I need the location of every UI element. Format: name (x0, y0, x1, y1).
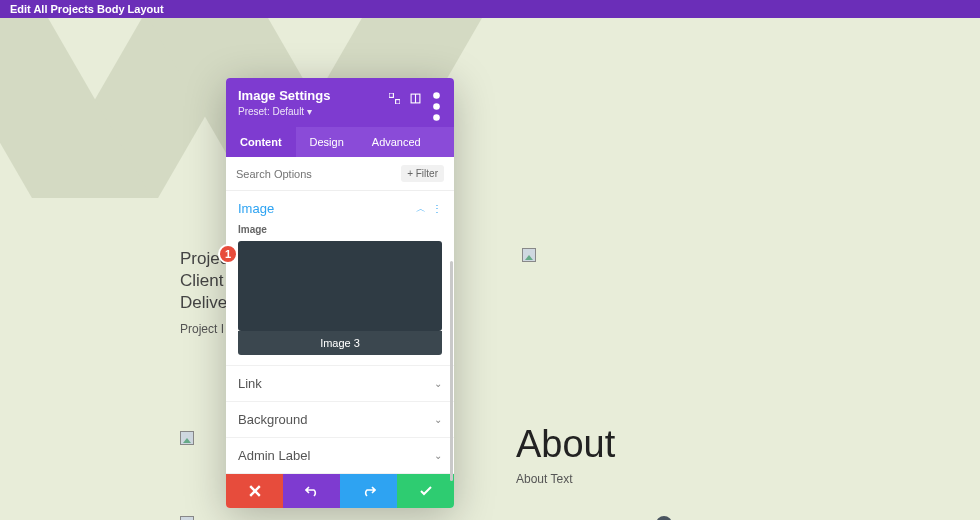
chevron-down-icon: ⌄ (434, 378, 442, 389)
filter-button[interactable]: + Filter (401, 165, 444, 182)
section-link[interactable]: Link ⌄ (226, 366, 454, 402)
image-caption: Image 3 (238, 331, 442, 355)
about-section: About About Text (516, 423, 615, 486)
modal-title: Image Settings (238, 88, 330, 103)
image-placeholder-icon (180, 431, 194, 445)
about-heading: About (516, 423, 615, 466)
modal-header[interactable]: Image Settings Preset: Default ▾ (226, 78, 454, 127)
more-icon[interactable] (431, 90, 442, 101)
chevron-up-icon: ︿ (416, 202, 426, 216)
expand-icon[interactable] (389, 90, 400, 101)
about-text: About Text (516, 472, 615, 486)
chevron-down-icon: ⌄ (434, 450, 442, 461)
modal-footer (226, 474, 454, 508)
svg-rect-1 (396, 100, 400, 104)
svg-point-4 (433, 92, 440, 99)
image-preview[interactable] (238, 241, 442, 331)
search-options-input[interactable] (236, 168, 356, 180)
image-placeholder-icon (180, 516, 194, 520)
redo-button[interactable] (340, 474, 397, 508)
tab-design[interactable]: Design (296, 127, 358, 157)
image-field-label: Image (238, 224, 442, 235)
info-description: Project I (180, 322, 233, 336)
preset-label[interactable]: Preset: Default ▾ (238, 106, 442, 117)
top-bar: Edit All Projects Body Layout (0, 0, 980, 18)
save-button[interactable] (397, 474, 454, 508)
section-image: Image ︿ ⋮ Image Image 3 (226, 191, 454, 366)
more-icon[interactable]: ⋮ (432, 203, 442, 214)
annotation-badge: 1 (218, 244, 238, 264)
section-image-toggle[interactable]: Image ︿ ⋮ (238, 201, 442, 216)
top-bar-title: Edit All Projects Body Layout (10, 3, 164, 15)
undo-button[interactable] (283, 474, 340, 508)
search-row: + Filter (226, 157, 454, 191)
modal-tabs: Content Design Advanced (226, 127, 454, 157)
section-admin-label[interactable]: Admin Label ⌄ (226, 438, 454, 474)
image-placeholder-icon (522, 248, 536, 262)
snap-icon[interactable] (410, 90, 421, 101)
add-module-button[interactable]: + (656, 516, 672, 520)
info-line: Client (180, 270, 233, 292)
image-settings-modal: Image Settings Preset: Default ▾ Content… (226, 78, 454, 508)
tab-content[interactable]: Content (226, 127, 296, 157)
info-line: Delive (180, 292, 233, 314)
section-background[interactable]: Background ⌄ (226, 402, 454, 438)
scrollbar[interactable] (450, 261, 453, 481)
svg-rect-0 (389, 93, 393, 97)
chevron-down-icon: ⌄ (434, 414, 442, 425)
discard-button[interactable] (226, 474, 283, 508)
tab-advanced[interactable]: Advanced (358, 127, 435, 157)
